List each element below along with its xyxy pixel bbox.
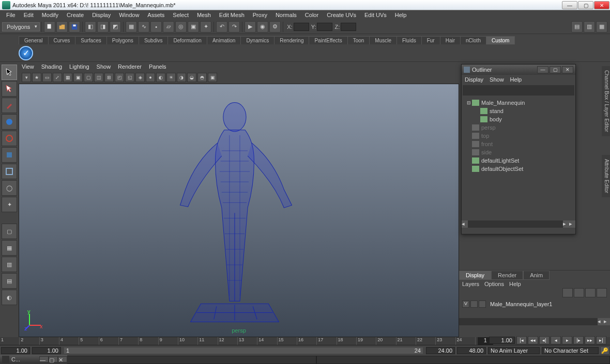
menu-file[interactable]: File <box>2 12 20 18</box>
shelf-tab-deformation[interactable]: Deformation <box>167 36 207 44</box>
save-scene-icon[interactable] <box>69 21 80 33</box>
menu-color[interactable]: Color <box>301 12 323 18</box>
move-tool[interactable] <box>2 114 17 130</box>
outliner-item[interactable]: ⊟Male_Mannequin <box>464 99 573 107</box>
vp-shaded-icon[interactable]: ● <box>146 73 155 82</box>
step-back-button[interactable]: ◂| <box>539 336 550 344</box>
viewport[interactable]: yxz persp <box>19 84 459 337</box>
step-fwd-key-button[interactable]: ▸▸ <box>585 336 595 344</box>
shelf-tab-toon[interactable]: Toon <box>347 36 370 44</box>
layer-new-empty-icon[interactable] <box>574 288 584 297</box>
layer-menu-help[interactable]: Help <box>509 281 521 287</box>
status-tab[interactable]: C... — ▢ ✕ <box>0 355 67 364</box>
menu-edit-uvs[interactable]: Edit UVs <box>360 12 391 18</box>
outliner-item[interactable]: side <box>464 148 573 156</box>
layer-menu-layers[interactable]: Layers <box>462 281 479 287</box>
panel-layout-c-icon[interactable]: ▦ <box>596 21 607 33</box>
vp-menu-renderer[interactable]: Renderer <box>118 64 142 70</box>
step-back-key-button[interactable]: ◂◂ <box>528 336 538 344</box>
menu-mesh[interactable]: Mesh <box>193 12 215 18</box>
shelf-tab-hair[interactable]: Hair <box>440 36 461 44</box>
shelf-tab-muscle[interactable]: Muscle <box>369 36 397 44</box>
shelf-tab-polygons[interactable]: Polygons <box>106 36 139 44</box>
layer-move-up-icon[interactable] <box>585 288 596 297</box>
anim-layer-select[interactable]: No Anim Layer <box>488 347 540 354</box>
outliner-item[interactable]: defaultObjectSet <box>464 165 573 173</box>
shelf-tab-animation[interactable]: Animation <box>207 36 241 44</box>
outliner-item[interactable]: top <box>464 132 573 140</box>
coord-z-input[interactable] <box>341 23 356 31</box>
vp-select-cam-icon[interactable]: ▾ <box>22 73 31 82</box>
play-fwd-button[interactable]: ▸ <box>562 336 572 344</box>
shelf-tab-surfaces[interactable]: Surfaces <box>75 36 106 44</box>
outliner-item[interactable]: persp <box>464 123 573 132</box>
step-fwd-button[interactable]: |▸ <box>573 336 584 344</box>
vp-menu-panels[interactable]: Panels <box>149 64 166 70</box>
menu-proxy[interactable]: Proxy <box>249 12 271 18</box>
snap-grid-icon[interactable]: ▦ <box>126 21 137 33</box>
select-by-hierarchy-icon[interactable]: ◧ <box>85 21 96 33</box>
mode-selector[interactable]: Polygons <box>2 22 40 31</box>
vp-isolate-icon[interactable]: ▣ <box>208 73 217 82</box>
attribute-editor-tab[interactable]: Attribute Editor <box>602 155 610 197</box>
outliner-menu-display[interactable]: Display <box>465 76 483 83</box>
vp-film-gate-icon[interactable]: ▣ <box>73 73 83 82</box>
rotate-tool[interactable] <box>2 131 17 146</box>
outliner-search-input[interactable] <box>463 85 574 96</box>
menu-edit-mesh[interactable]: Edit Mesh <box>215 12 249 18</box>
snap-view-icon[interactable]: ▣ <box>188 21 199 33</box>
panel-layout-b-icon[interactable]: ▥ <box>584 21 595 33</box>
vp-menu-lighting[interactable]: Lighting <box>69 64 89 70</box>
menu-create[interactable]: Create <box>63 12 88 18</box>
universal-manip-tool[interactable] <box>2 164 17 179</box>
vp-menu-view[interactable]: View <box>22 64 34 70</box>
lasso-tool[interactable] <box>2 81 17 97</box>
coord-y-input[interactable] <box>317 23 332 31</box>
select-by-component-icon[interactable]: ◩ <box>110 21 121 33</box>
shelf-tab-subdivs[interactable]: Subdivs <box>139 36 169 44</box>
menu-help[interactable]: Help <box>391 12 411 18</box>
snap-toggle-icon[interactable]: ✦ <box>200 21 211 33</box>
menu-normals[interactable]: Normals <box>271 12 301 18</box>
hist-off-icon[interactable]: ↷ <box>228 21 240 33</box>
shelf-tab-painteffects[interactable]: PaintEffects <box>309 36 347 44</box>
shelf-tab-general[interactable]: General <box>19 36 49 44</box>
vp-menu-shading[interactable]: Shading <box>41 64 62 70</box>
menu-window[interactable]: Window <box>115 12 143 18</box>
outliner-menu-help[interactable]: Help <box>510 76 522 83</box>
playback-speed-input[interactable] <box>489 337 515 344</box>
select-tool[interactable] <box>2 65 17 80</box>
layout-four-icon[interactable]: ▦ <box>2 240 17 256</box>
outliner-item[interactable]: defaultLightSet <box>464 156 573 165</box>
close-button[interactable]: ✕ <box>594 1 609 9</box>
layer-menu-options[interactable]: Options <box>484 281 504 287</box>
open-scene-icon[interactable] <box>56 21 68 33</box>
ipr-render-icon[interactable]: ◉ <box>257 21 268 33</box>
menu-edit[interactable]: Edit <box>20 12 38 18</box>
range-slider-track[interactable]: 1 24 <box>64 347 423 354</box>
render-frame-icon[interactable]: ▶ <box>245 21 256 33</box>
range-start-outer-input[interactable] <box>1 347 30 354</box>
menu-modify[interactable]: Modify <box>38 12 63 18</box>
shelf-tab-curves[interactable]: Curves <box>48 36 76 44</box>
vp-image-plane-icon[interactable]: ▭ <box>42 73 52 82</box>
panel-layout-a-icon[interactable]: ▤ <box>571 21 583 33</box>
outliner-menu-show[interactable]: Show <box>490 76 504 83</box>
snap-curve-icon[interactable]: ∿ <box>138 21 149 33</box>
paint-select-tool[interactable] <box>2 98 17 113</box>
layer-tab-anim[interactable]: Anim <box>523 271 550 280</box>
menu-assets[interactable]: Assets <box>143 12 169 18</box>
layer-row[interactable]: VMale_Mannequin_layer1 <box>459 299 610 309</box>
soft-mod-tool[interactable]: ◯ <box>2 180 17 196</box>
shelf-tab-rendering[interactable]: Rendering <box>274 36 309 44</box>
vp-light-icon[interactable]: ☀ <box>166 73 176 82</box>
layout-single-icon[interactable]: ▢ <box>2 224 17 239</box>
shelf-item-checkmark-icon[interactable]: ✓ <box>19 46 33 60</box>
outliner-window[interactable]: Outliner — ▢ ✕ DisplayShowHelp ⊟Male_Man… <box>461 64 576 234</box>
menu-create-uvs[interactable]: Create UVs <box>323 12 360 18</box>
shelf-tab-custom[interactable]: Custom <box>486 36 515 44</box>
vp-safe-action-icon[interactable]: ◰ <box>115 73 124 82</box>
outliner-item[interactable]: stand <box>464 107 573 115</box>
snap-plane-icon[interactable]: ▱ <box>163 21 174 33</box>
shelf-tab-fluids[interactable]: Fluids <box>396 36 422 44</box>
